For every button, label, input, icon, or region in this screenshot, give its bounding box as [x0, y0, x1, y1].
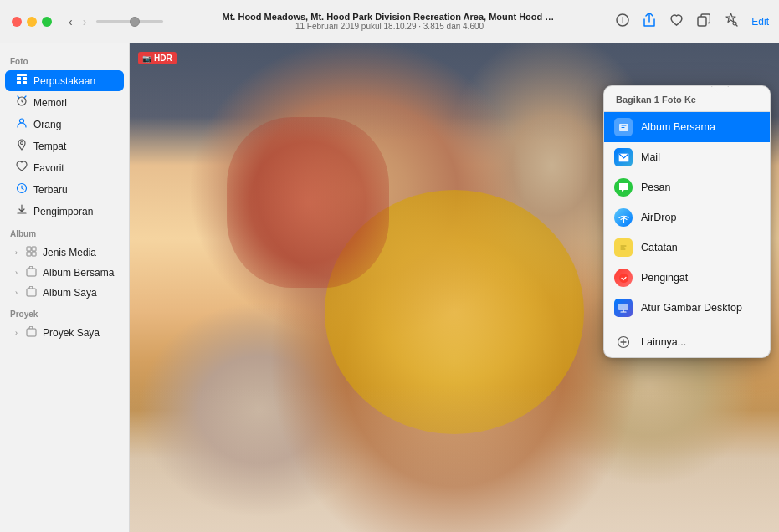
info-button[interactable]: i	[616, 13, 629, 30]
svg-text:i: i	[622, 16, 623, 25]
library-icon	[15, 74, 28, 88]
sidebar-item-orang[interactable]: Orang	[5, 114, 124, 135]
share-option-label: Pesan	[641, 182, 670, 193]
photo-title: Mt. Hood Meadows, Mt. Hood Park Division…	[223, 12, 557, 22]
share-option-label: Mail	[641, 151, 660, 163]
mail-icon	[614, 148, 633, 166]
my-project-icon	[24, 326, 38, 339]
hdr-badge: 📷 HDR	[138, 52, 177, 64]
enhance-button[interactable]	[724, 13, 738, 30]
sidebar-item-pengimporan[interactable]: Pengimporan	[5, 201, 124, 222]
svg-point-10	[20, 119, 24, 123]
chevron-right-icon: ›	[15, 248, 18, 257]
share-option-desktop[interactable]: Atur Gambar Desktop	[604, 293, 770, 323]
sidebar-item-perpustakaan[interactable]: Perpustakaan	[5, 70, 124, 91]
share-option-label: Atur Gambar Desktop	[641, 302, 742, 314]
sidebar-item-album-saya[interactable]: › Album Saya	[5, 283, 124, 302]
hdr-photo-icon: 📷	[142, 54, 151, 63]
sidebar-item-label: Jenis Media	[43, 247, 96, 258]
sidebar-item-memori[interactable]: Memori	[5, 92, 124, 113]
svg-rect-19	[27, 329, 36, 336]
edit-button[interactable]: Edit	[751, 16, 769, 28]
sidebar-item-label: Terbaru	[33, 184, 68, 196]
share-option-label: AirDrop	[641, 212, 676, 223]
svg-line-4	[736, 25, 738, 27]
share-option-label: Catatan	[641, 242, 678, 253]
svg-rect-9	[17, 74, 27, 76]
traffic-lights	[12, 17, 52, 27]
svg-rect-5	[17, 77, 21, 80]
messages-icon	[614, 178, 633, 197]
sidebar-item-label: Tempat	[33, 141, 66, 152]
svg-point-11	[21, 142, 23, 145]
favorite-button[interactable]	[669, 13, 684, 30]
svg-rect-14	[32, 247, 36, 251]
sidebar-item-favorit[interactable]: Favorit	[5, 157, 124, 178]
sidebar-item-label: Pengimporan	[33, 206, 93, 217]
desktop-icon	[614, 299, 633, 317]
close-button[interactable]	[12, 17, 22, 27]
favorites-icon	[15, 161, 28, 175]
sidebar-item-proyek-saya[interactable]: › Proyek Saya	[5, 323, 124, 342]
media-type-icon	[24, 246, 38, 258]
sidebar-item-label: Orang	[33, 119, 61, 130]
svg-rect-2	[698, 17, 706, 26]
svg-rect-7	[17, 81, 21, 84]
notes-icon	[614, 238, 633, 257]
share-option-album-bersama[interactable]: Album Bersama	[604, 112, 770, 142]
titlebar: ‹ › Mt. Hood Meadows, Mt. Hood Park Divi…	[0, 0, 779, 43]
share-option-label: Lainnya...	[641, 336, 686, 348]
share-button[interactable]	[643, 13, 656, 31]
chevron-right-icon: ›	[15, 329, 18, 337]
proyek-section-label: Proyek	[0, 303, 129, 322]
share-option-label: Pengingat	[641, 272, 688, 284]
album-bersama-icon	[614, 118, 633, 136]
sidebar-item-label: Favorit	[33, 162, 64, 174]
svg-rect-17	[27, 269, 36, 276]
svg-point-24	[619, 274, 628, 283]
share-option-label: Album Bersama	[641, 121, 715, 133]
sidebar-item-terbaru[interactable]: Terbaru	[5, 179, 124, 200]
share-option-pesan[interactable]: Pesan	[604, 172, 770, 202]
my-album-icon	[24, 286, 38, 299]
sidebar-item-label: Album Saya	[43, 287, 97, 299]
share-dropdown: Bagikan 1 Foto Ke Album Bersama	[603, 85, 771, 358]
svg-rect-8	[23, 81, 27, 84]
nav-buttons: ‹ ›	[65, 13, 90, 30]
sidebar-item-label: Memori	[33, 97, 67, 109]
svg-rect-6	[23, 77, 27, 80]
duplicate-button[interactable]	[697, 13, 710, 30]
sidebar: Foto Perpustakaan	[0, 43, 130, 532]
share-option-catatan[interactable]: Catatan	[604, 233, 770, 263]
svg-rect-13	[27, 247, 31, 251]
airdrop-icon	[614, 208, 633, 227]
toolbar-actions: i Edit	[616, 13, 769, 31]
photo-subtitle: 11 Februari 2019 pukul 18.10.29 · 3.815 …	[223, 22, 557, 31]
zoom-slider[interactable]	[96, 20, 163, 23]
share-dropdown-title: Bagikan 1 Foto Ke	[604, 86, 770, 112]
share-option-pengingat[interactable]: Pengingat	[604, 263, 770, 293]
sidebar-item-jenis-media[interactable]: › Jenis Media	[5, 243, 124, 262]
recent-icon	[15, 182, 28, 197]
share-option-airdrop[interactable]: AirDrop	[604, 202, 770, 233]
svg-rect-18	[27, 289, 36, 296]
sidebar-item-tempat[interactable]: Tempat	[5, 136, 124, 156]
sidebar-item-album-bersama[interactable]: › Album Bersama	[5, 263, 124, 282]
sidebar-item-label: Album Bersama	[43, 267, 114, 279]
import-icon	[15, 204, 28, 218]
back-button[interactable]: ‹	[65, 13, 76, 30]
share-option-lainnya[interactable]: Lainnya...	[604, 327, 770, 357]
minimize-button[interactable]	[27, 17, 37, 27]
foto-section-label: Foto	[0, 50, 129, 69]
photo-view: 📷 HDR Bagikan 1 Foto Ke Album Bersama	[130, 43, 779, 532]
forward-button[interactable]: ›	[79, 13, 90, 30]
more-icon	[614, 333, 633, 351]
people-icon	[15, 117, 28, 131]
share-option-mail[interactable]: Mail	[604, 142, 770, 172]
reminders-icon	[614, 269, 633, 287]
maximize-button[interactable]	[42, 17, 52, 27]
dropdown-separator	[604, 325, 770, 325]
sidebar-item-label: Proyek Saya	[43, 327, 100, 339]
svg-rect-25	[618, 304, 628, 310]
svg-rect-15	[27, 252, 31, 256]
